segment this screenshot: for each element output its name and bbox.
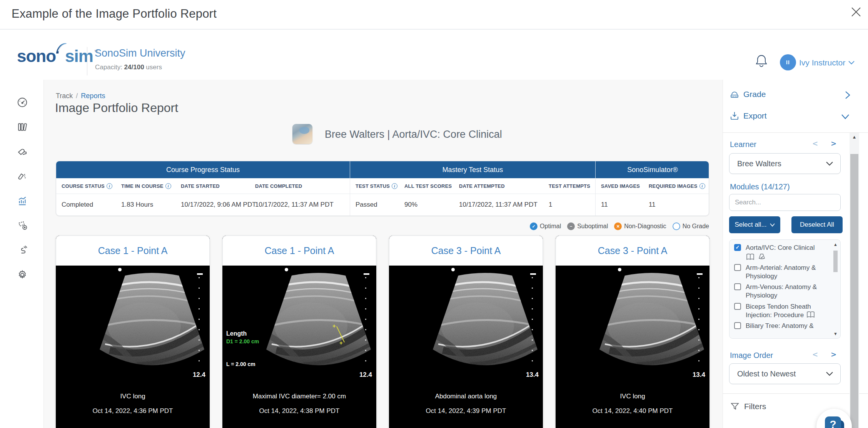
scroll-up-icon[interactable]: ▲ [833, 242, 838, 247]
image-card-2[interactable]: Case 1 - Point A 12.4 Length D1 = 2.00 c… [222, 236, 376, 428]
page-title: Image Portfolio Report [55, 101, 178, 115]
grade-label: Grade [743, 90, 766, 99]
user-avatar[interactable]: II [780, 54, 796, 70]
image-caption: IVC long [56, 393, 210, 400]
image-card-1[interactable]: Case 1 - Point A 12.4 IVC long Oct 14, 2… [56, 236, 210, 428]
checkbox-unchecked[interactable] [734, 303, 741, 310]
logo-text-sono: sono [17, 47, 56, 66]
nav-livescan-icon[interactable] [17, 244, 28, 256]
module-item-biliary-tree[interactable]: Biliary Tree: Anatomy & [734, 322, 830, 330]
cell-time-in-course: 1.83 Hours [116, 194, 175, 216]
module-item-biceps-tendon[interactable]: Biceps Tendon Sheath Injection: Procedur… [734, 303, 830, 319]
nav-library-icon[interactable] [17, 121, 28, 133]
select-all-button[interactable]: Select all... [729, 216, 780, 233]
scroll-down-icon[interactable]: ▼ [833, 331, 838, 336]
capacity-label: Capacity: [95, 64, 122, 71]
avatar-initials: II [786, 59, 790, 65]
checkbox-checked[interactable]: ✓ [734, 244, 741, 251]
image-timestamp: Oct 14, 2022, 4:38 PM PDT [222, 407, 376, 415]
module-list-scrollbar: ▲ ▼ [833, 242, 838, 336]
export-button[interactable]: Export [729, 111, 767, 121]
col-test-attempts: TEST ATTEMPTS [543, 178, 595, 194]
col-test-status: TEST STATUSi [350, 178, 399, 194]
depth-ruler [199, 277, 200, 369]
capacity-unit: users [146, 64, 162, 71]
info-icon[interactable]: i [392, 183, 397, 189]
group-sonosimulator: SonoSimulator® [595, 161, 709, 178]
depth-ruler [532, 277, 533, 369]
learner-next-arrow[interactable]: > [831, 139, 836, 148]
group-course-progress: Course Progress Status [56, 161, 350, 178]
close-icon[interactable] [846, 2, 866, 22]
image-card-3[interactable]: Case 3 - Point A 13.4 Abdominal aorta lo… [389, 236, 543, 428]
sidebar-scrollbar: ▲ [850, 133, 859, 428]
filters-button[interactable]: Filters [730, 402, 766, 411]
nav-note-add-icon[interactable] [17, 220, 28, 231]
info-icon[interactable]: i [699, 183, 705, 189]
caliper-mark: + [332, 323, 336, 329]
scrollbar-thumb[interactable] [833, 251, 838, 272]
deselect-all-button[interactable]: Deselect All [791, 216, 843, 233]
breadcrumb-track[interactable]: Track [56, 92, 73, 100]
checkbox-unchecked[interactable] [734, 283, 741, 290]
col-date-completed: DATE COMPLETED [250, 178, 350, 194]
nav-gauge-icon[interactable] [17, 97, 28, 108]
module-item-arm-venous[interactable]: Arm-Venous: Anatomy & Physiology [734, 283, 830, 300]
nav-analytics-icon[interactable] [17, 195, 28, 207]
info-icon[interactable]: i [165, 183, 171, 189]
depth-ruler [365, 277, 366, 369]
image-timestamp: Oct 14, 2022, 4:39 PM PDT [389, 407, 543, 415]
depth-value: 12.4 [193, 371, 205, 379]
export-chevron-down-icon[interactable] [841, 114, 850, 119]
grade-chevron-right-icon[interactable] [845, 91, 850, 99]
measurement-l: L = 2.00 cm [226, 361, 255, 367]
filter-funnel-icon [730, 402, 739, 411]
image-caption: Abdominal aorta long [389, 393, 543, 400]
checkbox-unchecked[interactable] [734, 322, 741, 329]
export-download-icon [729, 111, 739, 121]
group-mastery-test: Mastery Test Status [350, 161, 595, 178]
image-order-selected-value: Oldest to Newest [737, 369, 826, 378]
caliper-mark: + [339, 339, 343, 346]
module-item-arm-arterial[interactable]: Arm-Arterial: Anatomy & Physiology [734, 264, 830, 281]
book-icon [806, 311, 815, 319]
module-search-input[interactable] [729, 194, 841, 211]
learner-prev-arrow[interactable]: < [813, 139, 818, 148]
nav-settings-gear-icon[interactable] [17, 269, 28, 281]
module-item-aorta-ivc[interactable]: ✓ Aorta/IVC: Core Clinical [734, 244, 830, 261]
image-caption: Maximal IVC diameter= 2.00 cm [222, 393, 376, 400]
learner-section-label: Learner [730, 140, 756, 149]
chevron-down-icon [848, 61, 855, 65]
chevron-down-icon [826, 161, 833, 166]
cell-all-test-scores: 90% [399, 194, 454, 216]
col-required-images: REQUIRED IMAGESi [643, 178, 709, 194]
cell-date-attempted: 10/17/2022, 11:37 AM PDT [454, 194, 543, 216]
notifications-bell-icon[interactable] [755, 54, 768, 68]
learner-selected-value: Bree Walters [737, 159, 826, 168]
legend-non-diagnostic: ✕Non-Diagnostic [614, 222, 666, 230]
scroll-up-icon[interactable]: ▲ [850, 134, 859, 140]
image-order-select[interactable]: Oldest to Newest [729, 363, 841, 384]
depth-ruler [698, 277, 699, 369]
nav-probe-icon[interactable] [17, 146, 28, 157]
image-card-4[interactable]: Case 3 - Point A 13.4 IVC long Oct 14, 2… [556, 236, 709, 428]
select-all-label: Select all... [734, 221, 766, 229]
learner-course-heading: Bree Walters | Aorta/IVC: Core Clinical [325, 129, 502, 140]
cell-course-status: Completed [56, 194, 116, 216]
image-order-prev-arrow[interactable]: < [813, 349, 818, 359]
scan-check-icon [757, 253, 766, 261]
scrollbar-thumb[interactable] [850, 154, 858, 428]
image-order-next-arrow[interactable]: > [831, 349, 836, 359]
cell-date-completed: 10/17/2022, 11:37 AM PDT [250, 194, 350, 216]
col-time-in-course: TIME IN COURSEi [116, 178, 175, 194]
grade-button[interactable]: Grade [729, 89, 766, 99]
breadcrumb-reports-link[interactable]: Reports [81, 92, 105, 100]
info-icon[interactable]: i [107, 183, 112, 189]
nav-probe-scan-icon[interactable] [17, 171, 28, 182]
checkbox-unchecked[interactable] [734, 264, 741, 271]
grade-legend: ✓Optimal −Suboptimal ✕Non-Diagnostic No … [401, 222, 709, 230]
sonosim-logo[interactable]: sono sim ™ [17, 40, 98, 66]
cell-date-started: 10/17/2022, 9:06 AM PDT [175, 194, 250, 216]
learner-select[interactable]: Bree Walters [729, 153, 841, 174]
user-menu[interactable]: Ivy Instructor [799, 58, 855, 67]
